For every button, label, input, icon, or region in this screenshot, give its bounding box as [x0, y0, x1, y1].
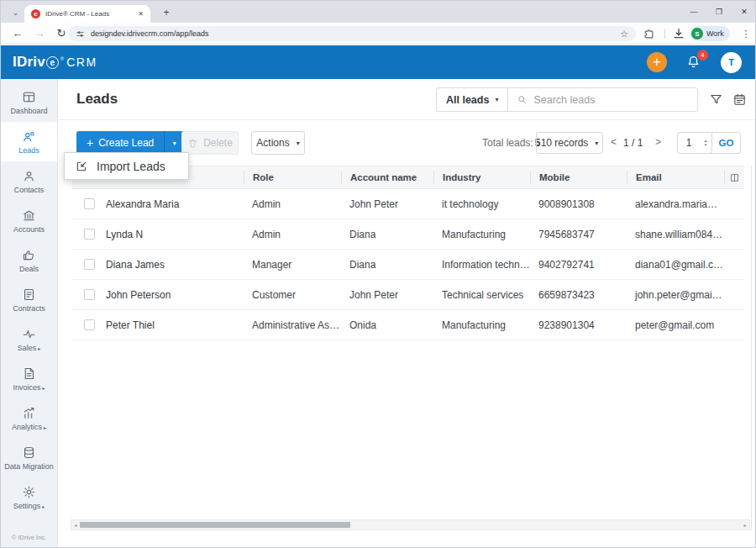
bookmark-star-icon[interactable]: ☆ — [620, 29, 628, 40]
cell-role: Administrative Assist... — [244, 319, 341, 331]
browser-menu-icon[interactable]: ⋮ — [738, 26, 753, 41]
scroll-left-icon[interactable]: ◂ — [71, 520, 80, 530]
quick-add-button[interactable]: + — [647, 52, 667, 72]
sidebar-item-contracts[interactable]: Contracts — [1, 280, 57, 319]
row-checkbox[interactable] — [84, 289, 95, 300]
trash-icon — [187, 138, 198, 149]
sidebar-item-analytics[interactable]: Analytics▸ — [1, 398, 57, 438]
sidebar-item-icon — [22, 287, 36, 302]
submenu-arrow-icon: ▸ — [43, 385, 45, 391]
header-industry[interactable]: Industry — [433, 171, 530, 184]
search-placeholder: Search leads — [533, 94, 595, 106]
downloads-icon[interactable] — [672, 27, 685, 40]
minimize-button[interactable]: — — [681, 1, 706, 23]
horizontal-scrollbar[interactable]: ◂ ▸ — [71, 519, 750, 530]
sidebar-item-icon — [22, 248, 36, 262]
column-chooser-button[interactable] — [724, 171, 744, 184]
delete-button[interactable]: Delete — [181, 131, 239, 155]
import-leads-menu-item[interactable]: Import Leads — [97, 160, 165, 173]
table-row[interactable]: Alexandra Maria Admin John Peter it tech… — [72, 189, 744, 219]
cell-mobile: 6659873423 — [530, 289, 627, 301]
search-combo: All leads ▾ Search leads — [436, 87, 698, 112]
tab-close-icon[interactable]: ✕ — [138, 10, 144, 18]
sidebar-item-icon — [22, 406, 36, 420]
header-email[interactable]: Email — [627, 171, 724, 184]
scroll-right-icon[interactable]: ▸ — [741, 520, 749, 530]
notifications-button[interactable]: 4 — [685, 54, 702, 71]
sidebar-item-contacts[interactable]: Contacts — [1, 161, 57, 201]
cell-account: John Peter — [341, 198, 433, 210]
cell-mobile: 9402792741 — [530, 259, 627, 271]
cell-role: Customer — [244, 289, 341, 301]
create-lead-split-button: + Create Lead ▾ — [76, 131, 184, 155]
sidebar-item-icon — [22, 445, 36, 460]
sidebar-item-settings[interactable]: Settings▸ — [1, 477, 57, 517]
address-bar[interactable]: designdev.idrivecrm.com/app/leads ☆ — [68, 26, 636, 41]
calendar-button[interactable] — [732, 92, 747, 107]
cell-role: Admin — [244, 198, 341, 210]
row-checkbox[interactable] — [84, 198, 95, 209]
sidebar-item-deals[interactable]: Deals — [1, 240, 57, 280]
cell-name: Diana James — [106, 259, 244, 271]
new-tab-button[interactable]: + — [159, 5, 174, 19]
row-checkbox-cell — [72, 229, 106, 240]
page-stepper[interactable]: ▴ ▾ — [700, 133, 711, 153]
site-settings-icon[interactable] — [76, 29, 85, 39]
sidebar-item-data-migration[interactable]: Data Migration — [1, 438, 57, 477]
chevron-down-icon: ▾ — [297, 140, 300, 147]
forward-button: → — [29, 23, 50, 44]
sidebar-item-invoices[interactable]: Invoices▸ — [1, 359, 57, 398]
prev-page-button[interactable]: < — [611, 136, 617, 148]
filter-button[interactable] — [709, 92, 723, 107]
copyright-text: © IDrive Inc. — [1, 534, 57, 541]
chevron-down-icon: ▾ — [595, 140, 598, 147]
extensions-icon[interactable] — [643, 28, 655, 40]
browser-tab[interactable]: e IDrive® CRM - Leads ✕ — [24, 5, 150, 23]
page-title: Leads — [76, 91, 118, 108]
back-button[interactable]: ← — [8, 23, 28, 44]
table-row[interactable]: Peter Thiel Administrative Assist... Oni… — [72, 310, 744, 340]
tab-search-icon[interactable]: ⌄ — [8, 5, 24, 19]
search-input[interactable]: Search leads — [508, 94, 697, 106]
sidebar-item-icon — [22, 129, 36, 144]
create-lead-menu: Import Leads — [64, 152, 189, 180]
step-down-icon[interactable]: ▾ — [705, 143, 707, 147]
user-avatar[interactable]: T — [721, 52, 742, 73]
create-lead-button[interactable]: + Create Lead — [76, 131, 164, 155]
browser-toolbar: ← → ↻ designdev.idrivecrm.com/app/leads … — [1, 23, 756, 45]
cell-industry: it technology — [433, 198, 530, 210]
table-row[interactable]: John Peterson Customer John Peter Techni… — [72, 280, 744, 310]
window-controls: — ❐ ✕ — [681, 1, 756, 23]
row-checkbox[interactable] — [84, 319, 95, 330]
cell-mobile: 9008901308 — [530, 198, 627, 210]
cell-email: diana01@gmail.com — [627, 259, 724, 271]
records-per-page-dropdown[interactable]: 10 records ▾ — [536, 132, 603, 154]
actions-dropdown[interactable]: Actions ▾ — [251, 131, 305, 155]
header-mobile[interactable]: Mobile — [530, 171, 627, 184]
go-button[interactable]: GO — [711, 133, 740, 153]
view-filter-dropdown[interactable]: All leads ▾ — [437, 88, 508, 111]
header-role[interactable]: Role — [244, 171, 341, 184]
maximize-button[interactable]: ❐ — [706, 1, 732, 23]
sidebar-item-dashboard[interactable]: Dashboard — [1, 82, 57, 122]
sidebar-item-icon — [22, 208, 36, 223]
scrollbar-thumb[interactable] — [80, 522, 350, 528]
page-number-input[interactable]: 1 — [678, 133, 700, 153]
profile-chip[interactable]: S Work — [690, 26, 730, 41]
tab-strip: ⌄ e IDrive® CRM - Leads ✕ + — ❐ ✕ — [1, 1, 756, 23]
app-logo[interactable]: IDriv e ® CRM — [13, 54, 97, 71]
sidebar-item-accounts[interactable]: Accounts — [1, 201, 57, 240]
table-row[interactable]: Diana James Manager Diana Information te… — [72, 250, 744, 280]
sidebar-item-leads[interactable]: Leads — [1, 122, 57, 161]
cell-name: Alexandra Maria — [106, 198, 244, 210]
next-page-button[interactable]: > — [655, 136, 661, 148]
sidebar-item-sales[interactable]: Sales▸ — [1, 319, 57, 359]
window-close-button[interactable]: ✕ — [732, 1, 756, 23]
table-row[interactable]: Lynda N Admin Diana Manufacturing 794568… — [72, 219, 744, 250]
submenu-arrow-icon: ▸ — [42, 503, 45, 509]
row-checkbox[interactable] — [84, 259, 95, 270]
header-account-name[interactable]: Account name — [341, 171, 433, 184]
leads-table: Role Account name Industry Mobile Email … — [72, 166, 744, 340]
sidebar-item-icon — [22, 90, 36, 104]
row-checkbox[interactable] — [84, 229, 95, 240]
